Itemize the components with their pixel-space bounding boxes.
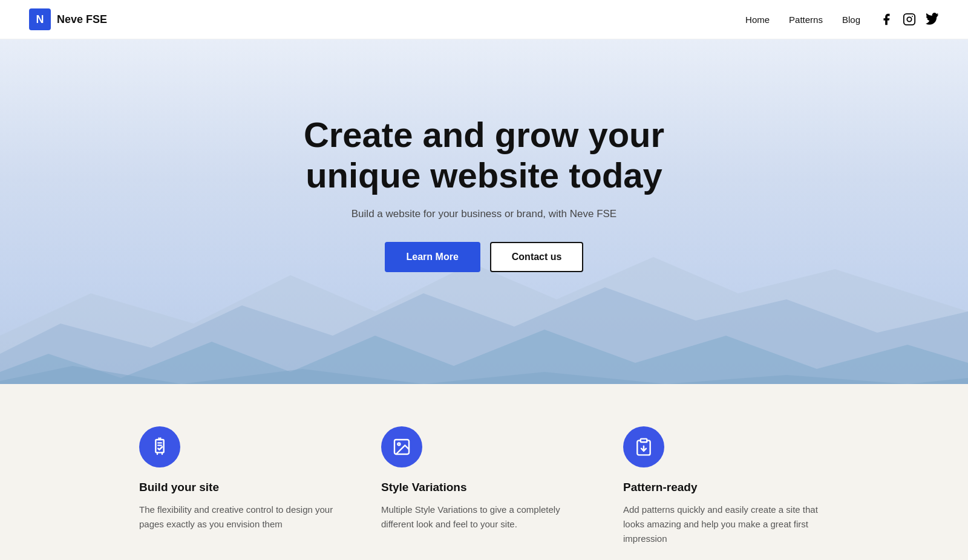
feature-build-desc: The flexibility and creative control to …: [139, 503, 345, 532]
clipboard-download-icon: [634, 437, 653, 457]
build-icon: [150, 437, 169, 457]
svg-rect-0: [904, 14, 915, 25]
svg-marker-3: [0, 257, 968, 384]
twitter-icon[interactable]: [926, 13, 939, 26]
hero-subtitle: Build a website for your business or bra…: [290, 208, 678, 220]
logo-icon: N: [29, 8, 51, 30]
instagram-icon[interactable]: [903, 13, 916, 26]
image-icon: [392, 437, 411, 457]
social-icons: [880, 13, 939, 26]
main-nav: Home Patterns Blog: [745, 13, 939, 26]
features-section: Build your site The flexibility and crea…: [0, 384, 968, 560]
svg-rect-12: [641, 439, 647, 442]
logo-text: Neve FSE: [57, 13, 107, 26]
logo-area: N Neve FSE: [29, 8, 107, 30]
nav-patterns[interactable]: Patterns: [789, 15, 823, 25]
feature-style: Style Variations Multiple Style Variatio…: [381, 426, 587, 546]
feature-style-desc: Multiple Style Variations to give a comp…: [381, 503, 587, 532]
feature-build-title: Build your site: [139, 481, 345, 494]
style-icon-wrap: [381, 426, 422, 467]
feature-pattern: Pattern-ready Add patterns quickly and e…: [623, 426, 829, 546]
hero-buttons: Learn More Contact us: [290, 242, 678, 272]
hero-content: Create and grow your unique website toda…: [278, 115, 690, 272]
contact-us-button[interactable]: Contact us: [490, 242, 584, 272]
svg-point-11: [397, 443, 400, 445]
svg-marker-4: [0, 287, 968, 384]
svg-marker-5: [0, 330, 968, 384]
facebook-icon[interactable]: [880, 13, 893, 26]
feature-pattern-title: Pattern-ready: [623, 481, 829, 494]
svg-point-2: [912, 16, 913, 17]
feature-build: Build your site The flexibility and crea…: [139, 426, 345, 546]
svg-marker-6: [0, 366, 968, 384]
build-icon-wrap: [139, 426, 180, 467]
hero-section: Create and grow your unique website toda…: [0, 39, 968, 384]
feature-style-title: Style Variations: [381, 481, 587, 494]
pattern-icon-wrap: [623, 426, 664, 467]
feature-pattern-desc: Add patterns quickly and easily create a…: [623, 503, 829, 546]
svg-point-1: [907, 17, 911, 21]
hero-title: Create and grow your unique website toda…: [290, 115, 678, 195]
learn-more-button[interactable]: Learn More: [385, 242, 480, 272]
site-header: N Neve FSE Home Patterns Blog: [0, 0, 968, 39]
svg-rect-7: [155, 440, 163, 452]
nav-home[interactable]: Home: [745, 15, 770, 25]
nav-blog[interactable]: Blog: [842, 15, 860, 25]
